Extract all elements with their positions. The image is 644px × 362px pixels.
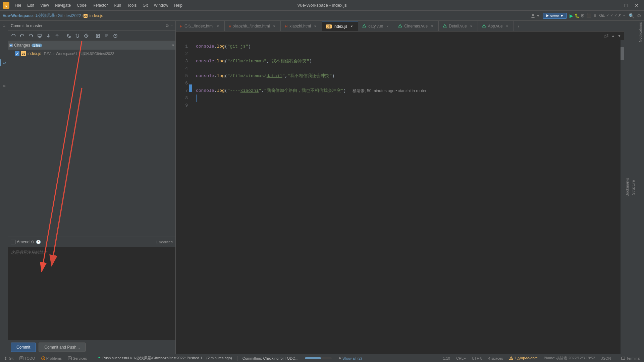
breadcrumb-test[interactable]: test2022: [65, 13, 81, 18]
refresh-button[interactable]: [9, 32, 17, 40]
bookmarks-label[interactable]: Bookmarks: [625, 178, 629, 196]
warning-item[interactable]: 1 △/up-to-date: [508, 356, 539, 360]
commit-button[interactable]: Commit: [11, 343, 36, 352]
tab-xiaozhi-index-html[interactable]: H xiaozhi\...\index.html ×: [225, 21, 281, 31]
commit-collapse-icon[interactable]: −: [170, 23, 173, 28]
format-item[interactable]: JSON: [600, 356, 612, 360]
amend-settings-icon[interactable]: ⚙: [31, 240, 35, 244]
tab-caty-vue[interactable]: caty.vue ×: [358, 21, 394, 31]
tab-close-0[interactable]: ×: [216, 24, 220, 28]
menu-navigate[interactable]: Navigate: [52, 2, 73, 9]
branch-button[interactable]: [65, 32, 73, 40]
merge-button[interactable]: [73, 32, 82, 40]
undo-button[interactable]: [18, 32, 26, 40]
menu-tools[interactable]: Tools: [124, 2, 139, 9]
stop-button[interactable]: ⬛: [586, 13, 591, 18]
tab-git-index-html[interactable]: H Git\...\index.html ×: [176, 21, 225, 31]
code-area[interactable]: console.log("git js") console.log("/film…: [192, 40, 621, 354]
editor-scrollbar[interactable]: [621, 40, 624, 354]
amend-checkbox[interactable]: [11, 240, 15, 244]
menu-refactor[interactable]: Refactor: [90, 2, 110, 9]
menu-file[interactable]: File: [12, 2, 24, 9]
menu-help[interactable]: Help: [171, 2, 185, 9]
sidebar-icon-project[interactable]: P: [0, 22, 8, 29]
breadcrumb-file[interactable]: JS index.js: [84, 13, 103, 18]
problems-status-item[interactable]: Problems: [40, 356, 63, 360]
notifications-label[interactable]: Notifications: [638, 22, 642, 42]
tab-close-3[interactable]: ×: [349, 24, 354, 29]
tabs-more-button[interactable]: ›: [514, 21, 523, 31]
fetch-button[interactable]: [36, 32, 44, 40]
minimize-button[interactable]: —: [610, 2, 620, 9]
close-button[interactable]: ✕: [632, 2, 641, 9]
tab-close-4[interactable]: ×: [385, 24, 390, 28]
tag-button[interactable]: [82, 32, 90, 40]
encoding-item[interactable]: CRLF: [455, 356, 467, 360]
show-all-item[interactable]: Show all (2): [337, 356, 363, 360]
file-item[interactable]: JS index.js F:\Vue-Workspace\1-沙漠风暴\Git\…: [8, 50, 175, 58]
amend-clock-icon[interactable]: 🕐: [36, 240, 41, 244]
tab-cinemas-vue[interactable]: Cinemas.vue ×: [394, 21, 439, 31]
pause-button[interactable]: ⏸: [593, 13, 597, 18]
tab-close-1[interactable]: ×: [272, 24, 276, 28]
breadcrumb-folder[interactable]: 1-沙漠风暴: [35, 13, 55, 18]
sidebar-icon-git[interactable]: C: [0, 59, 8, 66]
charset-item[interactable]: UTF-8: [471, 356, 483, 360]
services-status-item[interactable]: Services: [67, 356, 88, 360]
menu-edit[interactable]: Edit: [24, 2, 37, 9]
commit-push-button[interactable]: Commit and Push...: [39, 343, 85, 352]
run-button[interactable]: ▶: [570, 13, 573, 18]
menu-git[interactable]: Git: [140, 2, 150, 9]
tab-index-js[interactable]: JS index.js ×: [322, 21, 359, 31]
todo-status-item[interactable]: TODO: [18, 356, 36, 360]
line-col-item[interactable]: 1:10: [442, 356, 451, 360]
user-icon[interactable]: ▼: [531, 13, 540, 18]
indent-item[interactable]: 4 spaces: [487, 356, 504, 360]
search-icon[interactable]: 🔍: [629, 13, 634, 18]
diff-button[interactable]: [103, 32, 111, 40]
breadcrumb-workspace[interactable]: Vue-Workspace: [3, 13, 33, 18]
scrollbar-thumb[interactable]: [621, 47, 624, 60]
code-paren-2: ): [248, 43, 251, 50]
pull-button[interactable]: [44, 32, 52, 40]
tab-close-2[interactable]: ×: [313, 24, 318, 28]
breadcrumb-git[interactable]: Git: [58, 13, 63, 18]
file-checkbox[interactable]: [15, 51, 19, 56]
tab-icon-vue-3: [443, 24, 447, 28]
git-status-item[interactable]: Git: [3, 356, 14, 360]
tab-icon-html-2: H: [229, 24, 231, 28]
stash-button[interactable]: [94, 32, 102, 40]
svg-point-16: [86, 35, 87, 36]
tab-app-vue[interactable]: App.vue ×: [478, 21, 514, 31]
push-button[interactable]: [53, 32, 61, 40]
maximize-button[interactable]: □: [621, 2, 631, 9]
debug-button[interactable]: 🐛: [575, 13, 580, 18]
changes-expand-icon[interactable]: ▾: [172, 43, 174, 48]
git-label: Git: [9, 356, 13, 360]
svg-marker-8: [15, 35, 16, 37]
sidebar-icon-branch[interactable]: B: [0, 82, 8, 90]
blame-item[interactable]: Blame: 杨清素 2022/12/3 19:52: [543, 356, 596, 361]
tab-close-6[interactable]: ×: [469, 24, 474, 28]
commit-settings-icon[interactable]: ⚙: [165, 23, 169, 28]
menu-code[interactable]: Code: [74, 2, 89, 9]
tab-close-5[interactable]: ×: [430, 24, 434, 28]
menu-view[interactable]: View: [38, 2, 52, 9]
changes-header[interactable]: Changes 1 file ▾: [8, 41, 175, 50]
code-paren-8: ): [343, 87, 346, 95]
scroll-down-icon[interactable]: ▼: [618, 34, 621, 38]
settings-icon[interactable]: ⚙: [637, 13, 641, 18]
menu-window[interactable]: Window: [151, 2, 171, 9]
redo-button[interactable]: [27, 32, 35, 40]
changes-checkbox[interactable]: [9, 44, 13, 47]
tab-xiaozhi-html[interactable]: H xiaozhi.html ×: [281, 21, 322, 31]
serve-button[interactable]: serve ▼: [543, 13, 567, 19]
structure-label[interactable]: Structure: [631, 180, 635, 195]
tab-close-7[interactable]: ×: [505, 24, 509, 28]
tab-detail-vue[interactable]: Detail.vue ×: [439, 21, 478, 31]
coverage-button[interactable]: ⛨: [581, 13, 585, 18]
terminal-item[interactable]: Terminal: [620, 356, 641, 360]
scroll-up-icon[interactable]: ▲: [611, 34, 615, 38]
history-button[interactable]: [111, 32, 119, 40]
menu-run[interactable]: Run: [111, 2, 124, 9]
